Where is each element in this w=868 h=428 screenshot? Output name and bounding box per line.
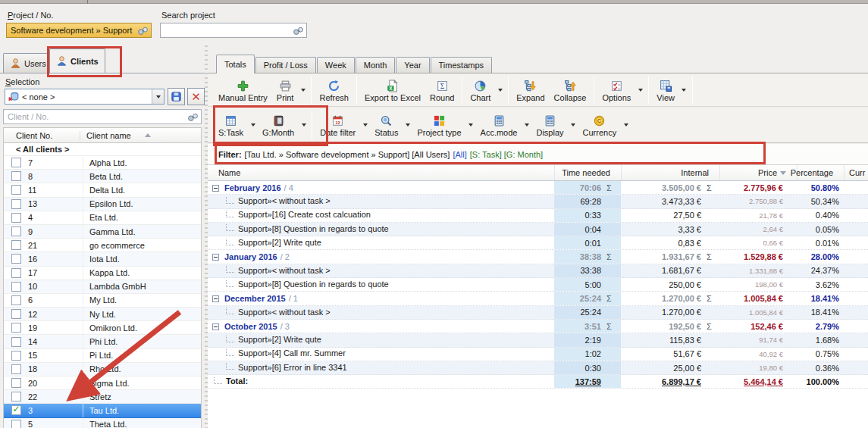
export-to-excel-button[interactable]: XExport to Excel bbox=[360, 73, 425, 106]
selection-combo[interactable]: < none > bbox=[5, 89, 165, 105]
client-row-kappa-ltd[interactable]: 17Kappa Ltd. bbox=[4, 267, 201, 280]
client-row-phi-ltd[interactable]: 14Phi Ltd. bbox=[4, 335, 201, 348]
combo-dropdown-arrow-icon[interactable] bbox=[152, 89, 164, 104]
column-header-curr[interactable]: Curr bbox=[844, 165, 868, 180]
g-month-button[interactable]: G:Month bbox=[258, 108, 299, 142]
project-field[interactable]: Software development » Support bbox=[6, 23, 152, 38]
client-row-lambda-gmbh[interactable]: 10Lambda GmbH bbox=[4, 280, 201, 294]
task-row[interactable]: Support»< without task >69:283.473,33 €2… bbox=[208, 195, 868, 208]
column-header-time-needed[interactable]: Time needed bbox=[554, 165, 621, 180]
expand-button[interactable]: Expand bbox=[512, 73, 549, 106]
options-dropdown-arrow-icon[interactable] bbox=[635, 73, 645, 106]
client-row-iota-ltd[interactable]: 16Iota Ltd. bbox=[4, 252, 201, 266]
client-row-alpha-ltd[interactable]: 7Alpha Ltd. bbox=[4, 156, 201, 170]
client-checkbox[interactable] bbox=[11, 378, 21, 388]
acc-mode-dropdown-arrow-icon[interactable] bbox=[522, 108, 531, 142]
client-filter-input[interactable] bbox=[4, 111, 186, 123]
client-name-column-header[interactable]: Client name bbox=[80, 131, 201, 140]
task-row[interactable]: Support»[4] Call mr. Summer1:0251,67 €40… bbox=[208, 348, 868, 361]
client-checkbox[interactable] bbox=[11, 392, 21, 401]
client-no-column-header[interactable]: Client No. bbox=[4, 131, 80, 140]
task-row[interactable]: Support»[2] Write qute2:19115,83 €91,74 … bbox=[208, 333, 868, 347]
client-checkbox[interactable] bbox=[11, 226, 21, 236]
round-button[interactable]: ΣRound bbox=[425, 73, 459, 106]
client-list-header[interactable]: Client No. Client name bbox=[3, 127, 202, 143]
date-filter-dropdown-arrow-icon[interactable] bbox=[360, 108, 370, 142]
tab-clients[interactable]: Clients bbox=[49, 48, 105, 73]
project-type-button[interactable]: Project type bbox=[412, 108, 465, 142]
client-row-my-ltd[interactable]: 6My Ltd. bbox=[4, 294, 201, 308]
client-checkbox[interactable] bbox=[11, 171, 21, 181]
delete-selection-button[interactable]: ✕ bbox=[187, 88, 205, 105]
collapse-expander-icon[interactable] bbox=[212, 295, 219, 302]
client-checkbox[interactable] bbox=[11, 295, 21, 305]
client-row-theta-ltd[interactable]: 5Theta Ltd. bbox=[4, 418, 201, 428]
task-row[interactable]: Support»< without task >25:241.270,00 €1… bbox=[208, 306, 868, 320]
client-row-ny-ltd[interactable]: 12Ny Ltd. bbox=[4, 308, 201, 321]
binoculars-icon[interactable] bbox=[186, 111, 199, 123]
client-row-sigma-ltd[interactable]: 20Sigma Ltd. bbox=[4, 376, 201, 390]
g-month-dropdown-arrow-icon[interactable] bbox=[299, 108, 309, 142]
binoculars-icon[interactable] bbox=[136, 25, 149, 36]
client-checkbox[interactable] bbox=[11, 337, 21, 347]
binoculars-icon[interactable] bbox=[292, 25, 305, 36]
column-header-internal[interactable]: Internal bbox=[621, 165, 719, 180]
client-checkbox[interactable] bbox=[11, 323, 21, 333]
client-row-omikron-ltd[interactable]: 19Omikron Ltd. bbox=[4, 321, 201, 335]
group-row-october-2015[interactable]: October 2015/ 33:51Σ192,50 €Σ152,46 €2.7… bbox=[208, 320, 868, 333]
save-selection-button[interactable] bbox=[168, 88, 185, 105]
display-button[interactable]: Display bbox=[531, 108, 568, 142]
group-row-february-2016[interactable]: February 2016/ 470:06Σ3.505,00 €Σ2.775,9… bbox=[208, 181, 868, 195]
group-row-december-2015[interactable]: December 2015/ 125:24Σ1.270,00 €Σ1.005,8… bbox=[208, 292, 868, 305]
acc-mode-button[interactable]: Acc.mode bbox=[476, 108, 522, 142]
column-header-price[interactable]: Price bbox=[719, 165, 797, 180]
client-checkbox[interactable] bbox=[11, 282, 21, 292]
print-dropdown-arrow-icon[interactable] bbox=[298, 73, 308, 106]
client-checkbox[interactable] bbox=[11, 199, 21, 209]
client-filter-field[interactable] bbox=[3, 109, 202, 124]
client-list[interactable]: < All clients >7Alpha Ltd.8Beta Ltd.11De… bbox=[3, 143, 202, 428]
client-checkbox[interactable] bbox=[11, 309, 21, 319]
refresh-button[interactable]: Refresh bbox=[315, 73, 353, 106]
options-button[interactable]: Options bbox=[597, 73, 635, 106]
currency-dropdown-arrow-icon[interactable] bbox=[621, 108, 631, 142]
chart-button[interactable]: Chart bbox=[465, 73, 495, 106]
display-dropdown-arrow-icon[interactable] bbox=[569, 108, 578, 142]
client-row-beta-ltd[interactable]: 8Beta Ltd. bbox=[4, 170, 201, 183]
chart-dropdown-arrow-icon[interactable] bbox=[495, 73, 505, 106]
tab-year[interactable]: Year bbox=[396, 57, 429, 73]
client-row-all-clients[interactable]: < All clients > bbox=[4, 143, 201, 156]
client-checkbox[interactable] bbox=[11, 254, 21, 264]
collapse-button[interactable]: Collapse bbox=[550, 73, 591, 106]
total-row[interactable]: Total:137:596.899,17 €5.464,14 €100.00% bbox=[208, 375, 868, 389]
client-row-rho-ltd[interactable]: 18Rho Ltd. bbox=[4, 363, 201, 376]
tab-profit-loss[interactable]: Profit / Loss bbox=[255, 57, 316, 73]
client-checkbox[interactable] bbox=[11, 364, 21, 374]
date-filter-button[interactable]: 12Date filter bbox=[315, 108, 360, 142]
client-checkbox[interactable] bbox=[11, 420, 21, 428]
collapse-expander-icon[interactable] bbox=[212, 185, 219, 192]
client-checkbox[interactable] bbox=[11, 240, 21, 250]
client-checkbox[interactable] bbox=[11, 185, 21, 195]
view-dropdown-arrow-icon[interactable] bbox=[679, 73, 689, 106]
client-checkbox[interactable] bbox=[11, 213, 21, 223]
print-button[interactable]: Print bbox=[272, 73, 299, 106]
task-row[interactable]: Support»< without task >33:381.681,67 €1… bbox=[208, 264, 868, 278]
project-type-dropdown-arrow-icon[interactable] bbox=[466, 108, 476, 142]
view-button[interactable]: View bbox=[652, 73, 679, 106]
column-header-percentage[interactable]: Percentage bbox=[797, 165, 844, 180]
manual-entry-button[interactable]: Manual Entry bbox=[214, 73, 272, 106]
client-row-pi-ltd[interactable]: 15Pi Ltd. bbox=[4, 349, 201, 363]
currency-button[interactable]: CCurrency bbox=[578, 108, 622, 142]
client-row-stretz[interactable]: 22Stretz bbox=[4, 390, 201, 404]
client-row-go-ecommerce[interactable]: 21go ecommerce bbox=[4, 239, 201, 252]
collapse-expander-icon[interactable] bbox=[212, 254, 219, 261]
s-task-dropdown-arrow-icon[interactable] bbox=[248, 108, 258, 142]
tab-totals[interactable]: Totals bbox=[216, 55, 255, 73]
group-row-january-2016[interactable]: January 2016/ 238:38Σ1.931,67 €Σ1.529,88… bbox=[208, 250, 868, 264]
client-row-delta-ltd[interactable]: 11Delta Ltd. bbox=[4, 183, 201, 197]
tab-timestamps[interactable]: Timestamps bbox=[431, 57, 493, 73]
client-row-tau-ltd[interactable]: 3Tau Ltd. bbox=[4, 404, 201, 417]
column-header-name[interactable]: Name bbox=[208, 165, 554, 180]
s-task-button[interactable]: S:Task bbox=[214, 108, 248, 142]
